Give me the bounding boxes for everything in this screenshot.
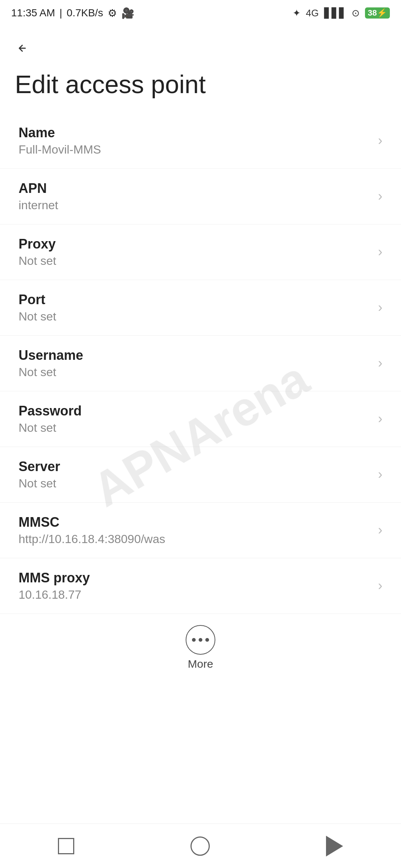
bottom-nav (0, 823, 401, 868)
settings-item-apn-content: APN internet (19, 181, 371, 212)
chevron-right-icon-proxy: › (378, 244, 382, 260)
settings-value-password: Not set (19, 421, 371, 435)
settings-value-port: Not set (19, 310, 371, 323)
chevron-right-icon-username: › (378, 355, 382, 371)
settings-item-mmsc-content: MMSC http://10.16.18.4:38090/was (19, 514, 371, 546)
back-arrow-icon (15, 41, 30, 56)
dot-1 (192, 638, 196, 642)
settings-value-server: Not set (19, 477, 371, 490)
status-right: ✦ 4G ▋▋▋ ⊙ 38⚡ (293, 7, 390, 19)
settings-label-proxy: Proxy (19, 236, 371, 252)
settings-item-server-content: Server Not set (19, 459, 371, 490)
settings-label-mmsc: MMSC (19, 514, 371, 530)
status-left: 11:35 AM | 0.7KB/s ⚙ 🎥 (11, 7, 134, 19)
settings-item-apn[interactable]: APN internet › (0, 169, 401, 224)
settings-label-name: Name (19, 125, 371, 141)
settings-item-server[interactable]: Server Not set › (0, 447, 401, 503)
settings-item-password-content: Password Not set (19, 403, 371, 435)
dot-3 (205, 638, 209, 642)
speed: 0.7KB/s (67, 7, 103, 19)
chevron-right-icon-password: › (378, 411, 382, 427)
settings-item-name-content: Name Full-Movil-MMS (19, 125, 371, 157)
nav-back-button[interactable] (319, 828, 351, 864)
more-dots-icon (192, 638, 209, 642)
chevron-right-icon-mms-proxy: › (378, 578, 382, 594)
speed-separator: | (59, 7, 62, 19)
signal-4g-icon: 4G (306, 7, 319, 19)
settings-item-mms-proxy-content: MMS proxy 10.16.18.77 (19, 570, 371, 602)
settings-item-name[interactable]: Name Full-Movil-MMS › (0, 113, 401, 169)
settings-value-mms-proxy: 10.16.18.77 (19, 588, 371, 602)
signal-bars-icon: ▋▋▋ (324, 7, 346, 19)
settings-item-proxy-content: Proxy Not set (19, 236, 371, 268)
settings-value-name: Full-Movil-MMS (19, 143, 371, 157)
nav-recent-apps-button[interactable] (50, 831, 82, 862)
back-nav-icon (326, 836, 343, 857)
settings-item-username-content: Username Not set (19, 348, 371, 379)
back-area (0, 26, 401, 67)
settings-label-port: Port (19, 292, 371, 308)
settings-label-username: Username (19, 348, 371, 363)
settings-label-password: Password (19, 403, 371, 419)
battery-icon: 38⚡ (365, 7, 390, 19)
chevron-right-icon-server: › (378, 467, 382, 482)
bluetooth-icon: ✦ (293, 7, 301, 19)
settings-item-password[interactable]: Password Not set › (0, 391, 401, 447)
back-button[interactable] (11, 37, 33, 59)
chevron-right-icon-apn: › (378, 188, 382, 204)
time: 11:35 AM (11, 7, 55, 19)
dot-2 (199, 638, 202, 642)
settings-value-mmsc: http://10.16.18.4:38090/was (19, 532, 371, 546)
settings-label-server: Server (19, 459, 371, 474)
recent-apps-icon (58, 838, 74, 854)
more-circle-icon (186, 625, 215, 655)
chevron-right-icon-mmsc: › (378, 522, 382, 538)
nav-home-button[interactable] (183, 829, 217, 863)
settings-value-proxy: Not set (19, 254, 371, 268)
chevron-right-icon-name: › (378, 133, 382, 148)
more-label: More (188, 658, 213, 670)
settings-item-username[interactable]: Username Not set › (0, 336, 401, 391)
settings-label-mms-proxy: MMS proxy (19, 570, 371, 586)
settings-label-apn: APN (19, 181, 371, 196)
page-title: Edit access point (0, 67, 401, 113)
settings-item-mms-proxy[interactable]: MMS proxy 10.16.18.77 › (0, 558, 401, 614)
settings-value-username: Not set (19, 365, 371, 379)
more-button[interactable]: More (0, 614, 401, 678)
settings-list: Name Full-Movil-MMS › APN internet › Pro… (0, 113, 401, 614)
home-icon (190, 836, 210, 856)
wifi-icon: ⊙ (352, 7, 360, 19)
status-bar: 11:35 AM | 0.7KB/s ⚙ 🎥 ✦ 4G ▋▋▋ ⊙ 38⚡ (0, 0, 401, 26)
settings-value-apn: internet (19, 198, 371, 212)
settings-item-mmsc[interactable]: MMSC http://10.16.18.4:38090/was › (0, 503, 401, 558)
settings-item-port-content: Port Not set (19, 292, 371, 323)
settings-item-port[interactable]: Port Not set › (0, 280, 401, 336)
video-icon: 🎥 (121, 7, 134, 19)
settings-item-proxy[interactable]: Proxy Not set › (0, 224, 401, 280)
settings-icon: ⚙ (108, 7, 117, 19)
chevron-right-icon-port: › (378, 300, 382, 315)
